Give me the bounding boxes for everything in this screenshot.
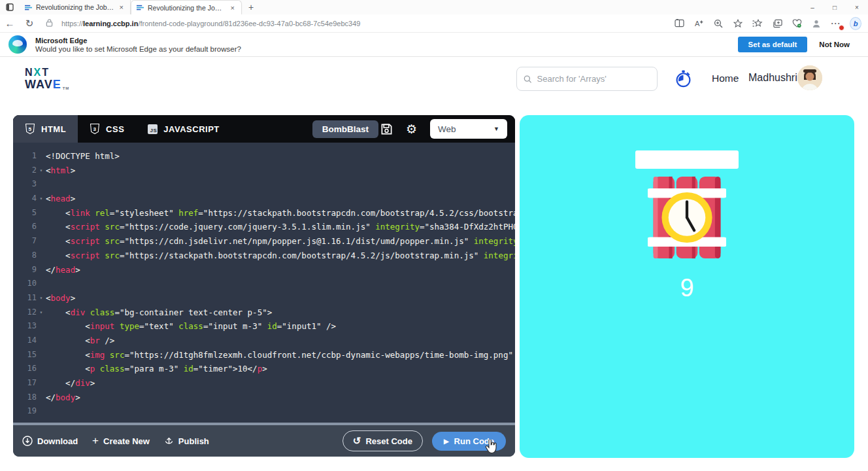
settings-menu-icon[interactable]: ··· <box>830 18 842 29</box>
minimize-button[interactable]: – <box>801 0 824 14</box>
code-line[interactable]: 3 <box>13 177 515 192</box>
code-line[interactable]: 2▾<html> <box>13 164 515 178</box>
favorites-bar-icon[interactable] <box>752 18 763 29</box>
download-button[interactable]: Download <box>22 436 78 446</box>
nxtwave-logo[interactable]: NXT WAVETM <box>25 67 69 90</box>
create-new-button[interactable]: + Create New <box>92 434 150 447</box>
favorite-star-icon[interactable] <box>732 18 744 29</box>
save-icon[interactable] <box>380 123 393 135</box>
search-box[interactable] <box>516 67 658 91</box>
code-editor[interactable]: 1<!DOCTYPE html>2▾<html>34▾<head>5 <link… <box>13 143 515 425</box>
copilot-icon[interactable]: b <box>850 18 861 29</box>
publish-icon <box>164 436 174 446</box>
close-button[interactable]: × <box>846 0 868 14</box>
code-line[interactable]: 14 <br /> <box>13 334 515 348</box>
tab-css[interactable]: 3 CSS <box>78 115 136 143</box>
notification-badge <box>839 25 844 31</box>
tab-overview-icon[interactable] <box>0 3 20 11</box>
code-line[interactable]: 4▾<head> <box>13 192 515 206</box>
code-line[interactable]: 6 <script src="https://code.jquery.com/j… <box>13 220 515 234</box>
fold-caret-icon[interactable]: ▾ <box>37 305 46 320</box>
fold-caret-icon[interactable]: ▾ <box>37 164 46 178</box>
lock-icon[interactable] <box>39 18 59 29</box>
set-as-default-button[interactable]: Set as default <box>738 37 808 52</box>
refresh-icon[interactable]: ↻ <box>20 18 39 29</box>
back-icon[interactable]: ← <box>0 18 20 29</box>
banner-title: Microsoft Edge <box>35 37 241 44</box>
code-line[interactable]: 19 <box>13 404 515 419</box>
fold-gutter <box>37 177 46 192</box>
code-line[interactable]: 9</head> <box>13 263 515 277</box>
search-input[interactable] <box>537 74 650 84</box>
read-aloud-icon[interactable]: A <box>693 18 705 29</box>
output-preview-panel: 9 <box>520 115 854 458</box>
create-new-label: Create New <box>103 436 150 446</box>
fold-gutter <box>37 404 46 419</box>
window-controls: – □ × <box>801 0 868 14</box>
playground-footer: Download + Create New Publish ↺ Reset Co… <box>13 425 515 457</box>
preview-text-input[interactable] <box>635 150 739 169</box>
code-line[interactable]: 5 <link rel="stylesheet" href="https://s… <box>13 206 515 220</box>
maximize-button[interactable]: □ <box>824 0 846 14</box>
edge-logo-icon <box>8 35 27 54</box>
screen: Revolutionizing the Job Market | × Revol… <box>0 0 868 471</box>
code-line[interactable]: 11▾<body> <box>13 291 515 305</box>
code-line[interactable]: 15 <img src="https://d1tgh8fmlzexmh.clou… <box>13 348 515 362</box>
code-line[interactable]: 1<!DOCTYPE html> <box>13 149 515 164</box>
browser-tab-strip: Revolutionizing the Job Market | × Revol… <box>0 0 868 14</box>
fold-caret-icon[interactable]: ▾ <box>37 291 46 305</box>
nav-home-link[interactable]: Home <box>712 73 739 84</box>
address-bar[interactable]: https://learning.ccbp.in/frontend-code-p… <box>61 20 673 27</box>
zoom-icon[interactable] <box>712 18 724 29</box>
css3-icon: 3 <box>90 123 100 135</box>
tab-favicon <box>25 4 32 11</box>
fold-gutter <box>37 206 46 220</box>
horizontal-scrollbar[interactable] <box>13 423 515 425</box>
browser-tab-1[interactable]: Revolutionizing the Job Market | × <box>20 0 131 14</box>
code-line[interactable]: 7 <script src="https://cdn.jsdelivr.net/… <box>13 234 515 249</box>
browser-toolbar: ← ↻ https://learning.ccbp.in/frontend-co… <box>0 14 868 33</box>
publish-button[interactable]: Publish <box>164 436 209 446</box>
timer-stopwatch-icon[interactable] <box>675 70 692 90</box>
code-line[interactable]: 12▾ <div class="bg-container text-center… <box>13 305 515 320</box>
browser-essentials-icon[interactable] <box>791 18 803 29</box>
mode-selected-value: Web <box>438 124 456 134</box>
new-tab-button[interactable]: + <box>242 2 260 12</box>
tab-label: HTML <box>41 124 66 134</box>
code-line[interactable]: 17 </div> <box>13 376 515 391</box>
not-now-button[interactable]: Not Now <box>819 41 850 48</box>
fold-caret-icon[interactable]: ▾ <box>37 192 46 206</box>
tab-html[interactable]: 5 HTML <box>13 115 78 143</box>
chevron-down-icon: ▼ <box>493 126 499 132</box>
logo-letter: WAV <box>25 78 53 91</box>
mouse-cursor <box>484 440 497 457</box>
close-tab-icon[interactable]: × <box>118 3 125 11</box>
preview-timer-value: 9 <box>680 274 693 302</box>
logo-letter: T <box>42 67 50 78</box>
tab-javascript[interactable]: JS JAVASCRIPT <box>136 115 231 143</box>
playground-header: 5 HTML 3 CSS JS JAVASCRIPT BombBlast ⚙ W… <box>13 115 515 143</box>
mode-select-dropdown[interactable]: Web ▼ <box>430 119 507 139</box>
nav-username[interactable]: Madhushri <box>748 72 797 84</box>
code-line[interactable]: 16 <p class="para m-3" id="timer">10</p> <box>13 362 515 376</box>
close-tab-icon[interactable]: × <box>229 4 236 12</box>
code-line[interactable]: 8 <script src="https://stackpath.bootstr… <box>13 249 515 263</box>
browser-tab-2-active[interactable]: Revolutionizing the Job Market × <box>131 0 242 14</box>
url-path: /frontend-code-playground/81d236ee-dc93-… <box>138 20 360 27</box>
gear-icon[interactable]: ⚙ <box>406 122 417 137</box>
reset-code-button[interactable]: ↺ Reset Code <box>342 430 423 451</box>
fold-gutter <box>37 334 46 348</box>
collections-icon[interactable] <box>771 18 783 29</box>
project-name-badge: BombBlast <box>312 120 378 138</box>
code-line[interactable]: 13 <input type="text" class="input m-3" … <box>13 319 515 334</box>
profile-icon[interactable] <box>810 18 822 29</box>
user-avatar[interactable] <box>797 65 822 90</box>
time-bomb-image <box>648 175 726 262</box>
split-screen-icon[interactable] <box>673 18 685 29</box>
code-line[interactable]: 10 <box>13 277 515 291</box>
fold-gutter <box>37 362 46 376</box>
code-line[interactable]: 18</body> <box>13 391 515 405</box>
reset-label: Reset Code <box>365 436 412 446</box>
logo-letter: E <box>53 78 61 91</box>
logo-letter: N <box>25 67 34 78</box>
